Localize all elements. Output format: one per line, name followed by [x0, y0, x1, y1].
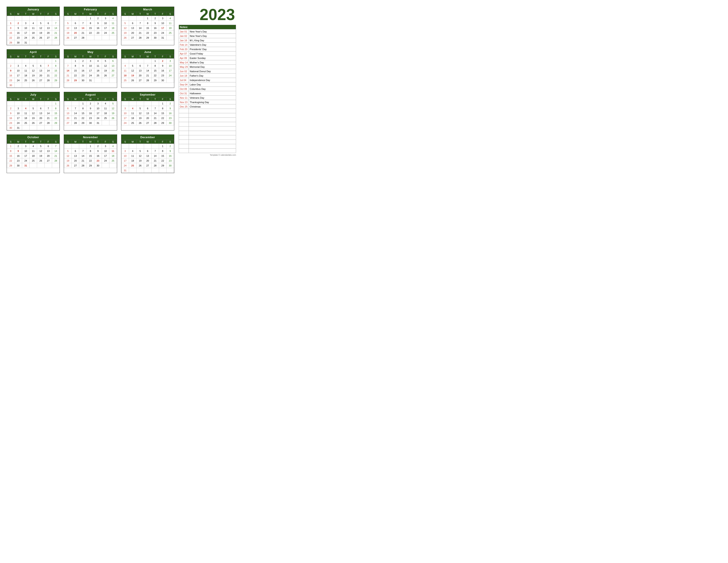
day-cell — [52, 83, 60, 88]
day-header: S — [109, 97, 117, 101]
day-cell — [45, 40, 52, 45]
day-cell: 27 — [129, 35, 136, 40]
month-header-december: December — [121, 135, 174, 140]
day-cell: 4 — [109, 144, 117, 148]
day-header: T — [136, 97, 144, 101]
day-cell — [15, 83, 22, 88]
day-cell: 17 — [121, 116, 129, 120]
month-table-april: SMTWTFS123456789101112131415161718192021… — [7, 55, 60, 88]
day-cell: 12 — [129, 68, 136, 73]
note-name: Independence Day — [189, 78, 236, 82]
day-cell: 16 — [79, 68, 87, 73]
notes-header: Notes: — [179, 25, 236, 29]
day-header: W — [144, 12, 151, 16]
day-cell: 13 — [129, 26, 136, 30]
day-cell — [45, 58, 52, 63]
note-empty-name — [189, 118, 236, 122]
day-cell: 19 — [37, 30, 45, 35]
day-cell: 1 — [151, 58, 159, 63]
day-cell: 1 — [159, 101, 166, 106]
day-cell — [102, 120, 109, 125]
month-march: MarchSMTWTFS1234567891011121314151617181… — [121, 7, 174, 45]
month-header-may: May — [64, 49, 117, 55]
day-cell: 17 — [22, 30, 30, 35]
day-cell: 7 — [151, 148, 159, 153]
day-cell: 10 — [121, 153, 129, 158]
note-date: Nov 11 — [179, 96, 189, 100]
day-cell: 23 — [94, 30, 102, 35]
day-cell — [15, 58, 22, 63]
day-cell: 8 — [159, 148, 166, 153]
day-cell: 4 — [30, 21, 37, 26]
day-cell: 22 — [87, 30, 94, 35]
day-header: W — [30, 97, 37, 101]
day-cell — [94, 35, 102, 40]
day-cell — [64, 101, 72, 106]
day-cell: 11 — [102, 106, 109, 111]
day-cell: 27 — [45, 158, 52, 163]
day-header: W — [87, 12, 94, 16]
day-header: T — [151, 55, 159, 58]
day-cell: 3 — [166, 58, 174, 63]
day-cell: 6 — [64, 106, 72, 111]
day-cell — [129, 58, 136, 63]
day-cell: 24 — [15, 78, 22, 83]
day-cell: 10 — [166, 63, 174, 68]
day-cell: 11 — [129, 153, 136, 158]
day-cell — [15, 101, 22, 106]
day-cell — [37, 40, 45, 45]
day-cell: 1 — [87, 16, 94, 21]
day-cell: 18 — [30, 30, 37, 35]
note-date: Sep 04 — [179, 82, 189, 87]
day-cell: 29 — [144, 35, 151, 40]
month-table-may: SMTWTFS123456789101112131415161718192021… — [64, 55, 117, 83]
day-cell — [30, 40, 37, 45]
day-cell — [64, 58, 72, 63]
day-cell — [129, 168, 136, 173]
day-cell: 11 — [30, 148, 37, 153]
day-cell: 21 — [52, 153, 60, 158]
day-header: S — [121, 97, 129, 101]
day-header: T — [151, 97, 159, 101]
day-cell: 13 — [144, 153, 151, 158]
day-cell: 29 — [151, 78, 159, 83]
day-cell — [136, 101, 144, 106]
month-header-march: March — [121, 7, 174, 12]
day-cell: 31 — [22, 40, 30, 45]
month-april: AprilSMTWTFS1234567891011121314151617181… — [7, 49, 60, 88]
note-date: Jun 02 — [179, 69, 189, 73]
day-cell — [144, 144, 151, 148]
day-cell: 6 — [109, 58, 117, 63]
day-cell: 3 — [121, 148, 129, 153]
day-cell: 1 — [159, 144, 166, 148]
month-table-october: SMTWTFS123456789101112131415161718192021… — [7, 140, 60, 168]
day-cell — [109, 35, 117, 40]
month-december: DecemberSMTWTFS1234567891011121314151617… — [121, 134, 174, 173]
day-cell — [102, 163, 109, 168]
month-january: JanuarySMTWTFS12345678910111213141516171… — [7, 7, 60, 45]
day-cell: 31 — [121, 168, 129, 173]
day-cell: 26 — [64, 35, 72, 40]
day-cell: 11 — [109, 148, 117, 153]
day-cell: 8 — [79, 106, 87, 111]
day-cell: 26 — [121, 35, 129, 40]
note-date: Jun 18 — [179, 73, 189, 78]
day-cell: 5 — [37, 144, 45, 148]
day-cell: 1 — [7, 21, 15, 26]
day-cell: 25 — [121, 78, 129, 83]
day-cell: 6 — [72, 148, 79, 153]
day-cell: 15 — [79, 111, 87, 116]
day-cell: 17 — [15, 116, 22, 120]
day-cell: 19 — [30, 73, 37, 78]
day-cell: 27 — [64, 120, 72, 125]
day-cell: 5 — [109, 101, 117, 106]
day-cell: 25 — [129, 163, 136, 168]
month-table-february: SMTWTFS123456789101112131415161718192021… — [64, 12, 117, 40]
month-header-november: November — [64, 135, 117, 140]
day-cell: 28 — [64, 78, 72, 83]
day-cell: 24 — [121, 163, 129, 168]
day-header: S — [121, 55, 129, 58]
day-cell: 5 — [30, 63, 37, 68]
note-empty-name — [189, 144, 236, 148]
day-cell: 7 — [52, 21, 60, 26]
